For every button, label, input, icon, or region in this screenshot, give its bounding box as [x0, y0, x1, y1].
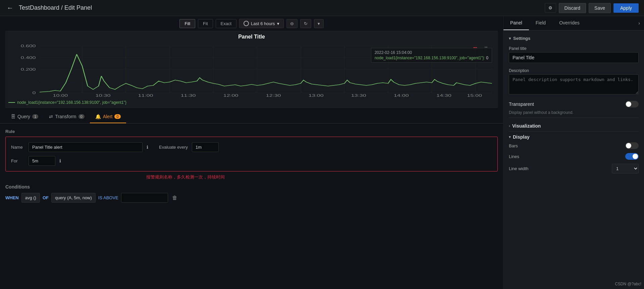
panel-title-group: Panel title [509, 46, 639, 63]
fit-button[interactable]: Fit [198, 19, 213, 28]
collapse-icon: ▾ [509, 36, 511, 41]
panel-tab[interactable]: Panel [503, 16, 529, 30]
of-keyword: OF [43, 195, 49, 200]
save-button[interactable]: Save [589, 3, 611, 13]
svg-text:12:00: 12:00 [223, 93, 238, 97]
lines-toggle[interactable] [625, 153, 639, 160]
for-input[interactable] [29, 156, 55, 166]
rule-for-row: For ℹ [11, 156, 492, 166]
panel-title-label: Panel title [509, 46, 639, 51]
alert-content: Rule Name ℹ Evaluate every For ℹ 报警规则名称，… [0, 124, 503, 289]
exact-button[interactable]: Exact [216, 19, 237, 28]
overrides-tab[interactable]: Overrides [552, 16, 586, 30]
for-info-icon: ℹ [59, 158, 61, 163]
svg-text:0.400: 0.400 [21, 56, 36, 60]
main-layout: Fill Fit Exact Last 6 hours ▾ ⊖ ↻ ▾ Pane… [0, 16, 644, 289]
right-panel: Panel Field Overrides › ▾ Settings Panel… [503, 16, 644, 289]
transparent-toggle[interactable] [625, 101, 639, 107]
rule-name-row: Name ℹ Evaluate every [11, 142, 492, 152]
svg-text:14:30: 14:30 [436, 93, 451, 97]
svg-text:13:30: 13:30 [351, 93, 366, 97]
settings-header[interactable]: ▾ Settings [509, 36, 639, 41]
query-tab-label: Query [17, 114, 30, 119]
lines-label: Lines [509, 154, 519, 159]
right-panel-chevron[interactable]: › [634, 18, 644, 28]
svg-text:15:00: 15:00 [467, 93, 482, 97]
visualization-header[interactable]: › Visualization [509, 123, 639, 129]
divider2 [509, 131, 639, 132]
bars-label: Bars [509, 143, 518, 148]
chart-title: Panel Title [6, 31, 497, 43]
tab-query[interactable]: 🗄 Query 1 [5, 111, 44, 123]
zoom-out-button[interactable]: ⊖ [286, 19, 298, 28]
line-width-select[interactable]: 1 2 3 [612, 164, 639, 173]
header-left: ← TestDashboard / Edit Panel [5, 3, 92, 13]
chart-toolbar: Fill Fit Exact Last 6 hours ▾ ⊖ ↻ ▾ [0, 16, 503, 31]
line-width-row: Line width 1 2 3 [509, 164, 639, 173]
name-label: Name [11, 145, 24, 150]
tab-alert[interactable]: 🔔 Alert 0 [90, 111, 126, 123]
viz-expand-icon: › [509, 124, 510, 128]
svg-text:0: 0 [33, 91, 36, 95]
settings-title: Settings [513, 36, 530, 41]
right-panel-content: ▾ Settings Panel title Description Trans… [503, 30, 644, 289]
display-header[interactable]: ▾ Display [509, 134, 639, 140]
divider [509, 118, 639, 118]
tab-transform[interactable]: ⇄ Transform 0 [44, 111, 90, 123]
query-box[interactable]: query (A, 5m, now) [51, 193, 96, 203]
bars-toggle[interactable] [625, 142, 639, 149]
line-width-label: Line width [509, 166, 529, 171]
conditions-section: Conditions WHEN avg () OF query (A, 5m, … [5, 184, 498, 203]
grid-icon[interactable]: ⠿ [484, 46, 488, 52]
refresh-button[interactable]: ↻ [300, 19, 311, 28]
info-icon: ℹ [147, 145, 148, 150]
rule-name-input[interactable] [29, 142, 143, 152]
func-box[interactable]: avg () [21, 193, 40, 203]
rule-section-label: Rule [5, 129, 498, 134]
time-range-button[interactable]: Last 6 hours ▾ [239, 19, 284, 28]
transform-tab-icon: ⇄ [49, 114, 53, 119]
svg-text:12:30: 12:30 [266, 93, 281, 97]
svg-text:10:00: 10:00 [53, 93, 68, 97]
annotation-text: 报警规则名称，多久检测一次，持续时间 [146, 174, 498, 180]
display-expand-icon: ▾ [509, 135, 511, 139]
rule-box: Name ℹ Evaluate every For ℹ [5, 137, 498, 171]
is-above-box[interactable]: IS ABOVE [98, 195, 118, 200]
legend-label: node_load1{instance="192.168.156.138:910… [17, 100, 126, 105]
transparent-desc: Display panel without a background. [509, 110, 639, 115]
alert-tab-icon: 🔔 [95, 114, 101, 119]
transform-tab-label: Transform [55, 114, 76, 119]
threshold-input[interactable] [121, 193, 168, 203]
bars-row: Bars [509, 142, 639, 149]
legend-line-icon [8, 102, 15, 103]
visualization-title: Visualization [512, 123, 541, 129]
delete-condition-button[interactable]: 🗑 [171, 194, 179, 202]
svg-text:14:00: 14:00 [394, 93, 409, 97]
description-textarea[interactable] [509, 74, 639, 94]
panel-title-input[interactable] [509, 52, 639, 63]
bottom-tabs: 🗄 Query 1 ⇄ Transform 0 🔔 Alert 0 [0, 111, 503, 124]
chart-legend: node_load1{instance="192.168.156.138:910… [6, 99, 497, 106]
when-keyword: WHEN [5, 195, 19, 200]
heart-icon: ♥ [473, 45, 477, 53]
transparent-label: Transparent [509, 101, 534, 107]
clock-icon [244, 21, 249, 26]
conditions-label: Conditions [5, 184, 498, 190]
description-group: Description [509, 68, 639, 95]
csdn-watermark: CSDN @?abc! [615, 282, 641, 286]
more-options-button[interactable]: ▾ [314, 19, 324, 28]
evaluate-every-label: Evaluate every [159, 145, 188, 150]
transform-tab-badge: 0 [78, 114, 85, 119]
evaluate-every-input[interactable] [192, 142, 219, 152]
condition-row: WHEN avg () OF query (A, 5m, now) IS ABO… [5, 193, 498, 203]
field-tab[interactable]: Field [529, 16, 552, 30]
apply-button[interactable]: Apply [613, 3, 639, 13]
discard-button[interactable]: Discard [559, 3, 586, 13]
svg-text:10:30: 10:30 [96, 93, 111, 97]
back-button[interactable]: ← [5, 3, 15, 13]
left-panel: Fill Fit Exact Last 6 hours ▾ ⊖ ↻ ▾ Pane… [0, 16, 503, 289]
breadcrumb: TestDashboard / Edit Panel [19, 4, 92, 11]
fill-button[interactable]: Fill [179, 19, 195, 28]
chart-svg: 0.600 0.400 0.200 0 10:00 10:30 11:00 11… [6, 43, 497, 98]
settings-icon-button[interactable]: ⚙ [545, 3, 556, 13]
